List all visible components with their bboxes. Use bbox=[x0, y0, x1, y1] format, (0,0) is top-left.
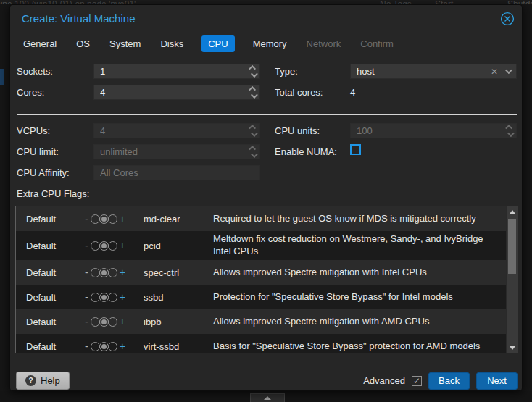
slider-default-stop[interactable] bbox=[99, 317, 109, 327]
flag-description: Basis for "Speculative Store Bypass" pro… bbox=[209, 338, 506, 353]
sockets-spinner[interactable] bbox=[246, 64, 259, 78]
tabbar-divider bbox=[10, 56, 523, 56]
help-icon: ? bbox=[25, 375, 36, 386]
dialog-title: Create: Virtual Machine bbox=[22, 12, 135, 25]
minus-icon[interactable]: - bbox=[85, 213, 88, 225]
flag-name: virt-ssbd bbox=[138, 341, 209, 352]
slider-thumb bbox=[101, 270, 107, 275]
plus-icon[interactable]: + bbox=[120, 340, 125, 352]
tab-disks[interactable]: Disks bbox=[159, 35, 185, 52]
cores-spinner[interactable] bbox=[246, 85, 259, 99]
advanced-label: Advanced bbox=[363, 375, 405, 386]
plus-icon[interactable]: + bbox=[120, 291, 125, 303]
scrollbar-thumb[interactable] bbox=[508, 219, 516, 274]
enable-numa-checkbox[interactable] bbox=[350, 144, 361, 155]
plus-icon[interactable]: + bbox=[120, 316, 125, 327]
plus-icon[interactable]: + bbox=[120, 267, 125, 278]
flag-state: Default bbox=[16, 240, 72, 251]
slider-default-stop[interactable] bbox=[99, 293, 109, 302]
cpu-units-spinner bbox=[503, 124, 516, 138]
slider-on-stop[interactable] bbox=[108, 268, 117, 277]
slider-off-stop[interactable] bbox=[91, 214, 100, 224]
create-vm-dialog: Create: Virtual Machine General OS Syste… bbox=[9, 4, 523, 391]
cpu-type-input[interactable] bbox=[351, 66, 491, 77]
slider-default-stop[interactable] bbox=[99, 268, 109, 277]
plus-icon[interactable]: + bbox=[120, 240, 125, 251]
flag-name: md-clear bbox=[138, 214, 209, 225]
tab-memory[interactable]: Memory bbox=[252, 35, 288, 52]
slider-on-stop[interactable] bbox=[108, 214, 117, 224]
cpu-affinity-input[interactable] bbox=[94, 167, 259, 178]
cores-field bbox=[93, 85, 260, 100]
slider-off-stop[interactable] bbox=[91, 317, 100, 327]
slider-thumb bbox=[101, 243, 107, 248]
back-button[interactable]: Back bbox=[428, 372, 470, 390]
slider-off-stop[interactable] bbox=[91, 241, 100, 251]
flag-description: Required to let the guest OS know if MDS… bbox=[209, 211, 506, 227]
minus-icon[interactable]: - bbox=[85, 316, 88, 327]
help-button[interactable]: ? Help bbox=[16, 372, 70, 390]
flag-name: spec-ctrl bbox=[138, 267, 209, 278]
flag-tristate-slider[interactable]: - + bbox=[72, 291, 138, 303]
flag-row-ssbd[interactable]: Default - + ssbd Protection for "Specula… bbox=[16, 285, 506, 309]
minus-icon[interactable]: - bbox=[85, 291, 88, 303]
flag-tristate-slider[interactable]: - + bbox=[72, 240, 138, 251]
cpu-affinity-label: CPU Affinity: bbox=[17, 167, 70, 178]
tab-cpu[interactable]: CPU bbox=[201, 35, 234, 52]
advanced-checkbox[interactable]: ✓ bbox=[412, 376, 422, 386]
next-button[interactable]: Next bbox=[476, 372, 518, 390]
slider-on-stop[interactable] bbox=[108, 342, 117, 351]
total-cores-label: Total cores: bbox=[275, 87, 323, 98]
slider-on-stop[interactable] bbox=[108, 241, 117, 251]
slider-default-stop[interactable] bbox=[99, 214, 109, 224]
slider-thumb bbox=[101, 295, 107, 300]
flag-name: ibpb bbox=[138, 317, 209, 327]
slider-default-stop[interactable] bbox=[99, 342, 109, 351]
flag-row-virt-ssbd[interactable]: Default - + virt-ssbd Basis for "Specula… bbox=[16, 334, 506, 353]
close-icon[interactable] bbox=[500, 12, 515, 26]
flag-tristate-slider[interactable]: - + bbox=[72, 213, 138, 225]
flag-tristate-slider[interactable]: - + bbox=[72, 316, 138, 327]
scroll-up-icon[interactable] bbox=[507, 206, 518, 217]
tab-system[interactable]: System bbox=[108, 35, 142, 52]
flag-row-md-clear[interactable]: Default - + md-clear Required to let the… bbox=[16, 206, 506, 231]
slider-off-stop[interactable] bbox=[91, 342, 100, 351]
clear-icon[interactable]: ✕ bbox=[491, 67, 498, 77]
cpu-flags-grid: Default - + md-clear Required to let the… bbox=[15, 206, 518, 353]
minus-icon[interactable]: - bbox=[85, 267, 88, 278]
slider-on-stop[interactable] bbox=[108, 293, 117, 302]
flags-scrollbar[interactable] bbox=[506, 206, 518, 353]
sockets-input[interactable] bbox=[94, 66, 246, 77]
background-sidebar-fragment bbox=[0, 69, 4, 85]
scroll-down-icon[interactable] bbox=[507, 343, 518, 353]
log-panel-expander[interactable] bbox=[250, 393, 285, 402]
cpu-limit-spinner[interactable] bbox=[246, 145, 259, 159]
cpu-flags-rows: Default - + md-clear Required to let the… bbox=[16, 206, 506, 353]
minus-icon[interactable]: - bbox=[85, 240, 88, 251]
flag-name: pcid bbox=[138, 240, 209, 251]
vcpus-spinner bbox=[246, 124, 259, 138]
flag-tristate-slider[interactable]: - + bbox=[72, 340, 138, 352]
flag-row-pcid[interactable]: Default - + pcid Meltdown fix cost reduc… bbox=[16, 231, 506, 260]
flag-tristate-slider[interactable]: - + bbox=[72, 267, 138, 278]
flag-state: Default bbox=[16, 214, 72, 225]
chevron-down-icon[interactable] bbox=[505, 67, 512, 74]
cores-input[interactable] bbox=[94, 87, 246, 98]
cpu-limit-input[interactable] bbox=[94, 146, 246, 157]
slider-default-stop[interactable] bbox=[99, 241, 109, 251]
slider-off-stop[interactable] bbox=[91, 293, 100, 302]
slider-off-stop[interactable] bbox=[91, 268, 100, 277]
flag-description: Allows improved Spectre mitigation with … bbox=[209, 264, 506, 281]
flag-row-ibpb[interactable]: Default - + ibpb Allows improved Spectre… bbox=[16, 309, 506, 334]
cpu-limit-field bbox=[93, 144, 260, 159]
slider-thumb bbox=[101, 217, 107, 222]
help-button-label: Help bbox=[41, 375, 60, 386]
plus-icon[interactable]: + bbox=[120, 213, 125, 225]
slider-on-stop[interactable] bbox=[108, 317, 117, 327]
tab-os[interactable]: OS bbox=[75, 35, 91, 52]
flag-row-spec-ctrl[interactable]: Default - + spec-ctrl Allows improved Sp… bbox=[16, 260, 506, 285]
tab-general[interactable]: General bbox=[22, 35, 58, 52]
minus-icon[interactable]: - bbox=[85, 340, 88, 352]
flag-description: Protection for "Speculative Store Bypass… bbox=[209, 289, 506, 306]
flag-description: Meltdown fix cost reduction on Westmere,… bbox=[209, 231, 506, 260]
